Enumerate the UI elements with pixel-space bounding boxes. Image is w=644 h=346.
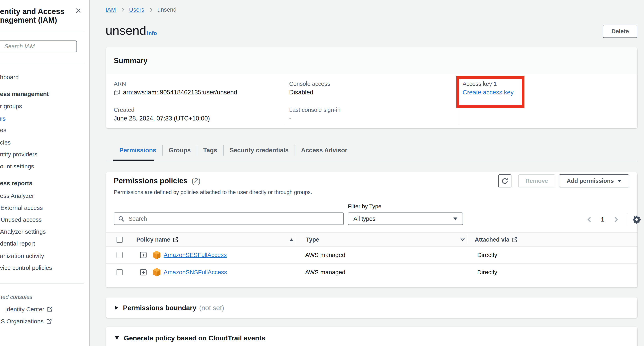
arn-row: arn:aws:iam::905418462135:user/unsend <box>114 89 237 96</box>
external-link-icon <box>173 237 178 243</box>
sidebar-item-analyzer-settings[interactable]: Analyzer settings <box>0 228 46 236</box>
breadcrumb-iam-link[interactable]: IAM <box>106 7 116 13</box>
expand-section-icon[interactable] <box>115 306 118 310</box>
tab-access-advisor[interactable]: Access Advisor <box>295 147 353 154</box>
policy-search-input[interactable] <box>114 212 344 225</box>
sidebar-divider <box>0 283 84 284</box>
remove-button[interactable]: Remove <box>518 174 555 187</box>
summary-heading: Summary <box>114 57 148 65</box>
breadcrumb-users-link[interactable]: Users <box>129 7 144 13</box>
delete-button[interactable]: Delete <box>603 25 638 38</box>
sidebar-title-line2: nagement (IAM) <box>0 16 64 25</box>
last-signin-value: - <box>289 115 291 122</box>
breadcrumb: IAM Users unsend <box>106 7 176 13</box>
chevron-right-icon <box>148 7 154 13</box>
sidebar-item-credential-report[interactable]: dential report <box>0 240 35 248</box>
policy-link[interactable]: AmazonSNSFullAccess <box>164 269 227 276</box>
column-policy-name[interactable]: Policy name <box>136 236 178 243</box>
console-access-label: Console access <box>289 81 330 87</box>
pagination-divider <box>627 214 627 225</box>
page-next-icon[interactable] <box>610 216 622 223</box>
filter-icon[interactable] <box>460 237 466 243</box>
external-link-icon <box>47 306 53 312</box>
add-permissions-button[interactable]: Add permissions <box>559 174 629 187</box>
close-icon[interactable] <box>75 7 82 14</box>
sidebar-item-aws-organizations[interactable]: S Organizations <box>1 317 52 325</box>
sidebar-section-access-management: ess management <box>0 90 49 98</box>
external-link-icon <box>512 237 518 243</box>
policy-link[interactable]: AmazonSESFullAccess <box>164 252 227 258</box>
sidebar-item-user-groups[interactable]: r groups <box>0 102 22 110</box>
collapse-section-icon[interactable] <box>115 336 119 339</box>
summary-column-divider <box>284 80 284 125</box>
sidebar-item-policies[interactable]: cies <box>0 139 10 147</box>
create-access-key-link[interactable]: Create access key <box>462 89 514 96</box>
sidebar-item-access-analyzer[interactable]: ess Analyzer <box>0 192 34 200</box>
console-access-value: Disabled <box>289 89 314 96</box>
panel-title: Permissions policies <box>114 177 188 185</box>
sidebar-item-organization-activity[interactable]: anization activity <box>0 252 44 260</box>
tab-groups[interactable]: Groups <box>162 147 197 154</box>
column-divider <box>467 235 468 245</box>
panel-title-row: Permissions policies (2) <box>114 177 201 185</box>
select-all-checkbox[interactable] <box>116 237 122 243</box>
access-key-label: Access key 1 <box>462 81 497 87</box>
sidebar-item-roles[interactable]: es <box>0 126 6 134</box>
table-row: AmazonSESFullAccess AWS managed Directly <box>106 247 638 264</box>
info-link[interactable]: Info <box>147 30 157 37</box>
refresh-button[interactable] <box>498 174 512 187</box>
arn-value: arn:aws:iam::905418462135:user/unsend <box>123 89 237 96</box>
column-attached-via: Attached via <box>475 236 518 243</box>
cloudtrail-header[interactable]: Generate policy based on CloudTrail even… <box>106 329 638 346</box>
expand-row-icon[interactable] <box>140 268 147 276</box>
search-icon <box>118 215 124 222</box>
summary-card: Summary ARN arn:aws:iam::905418462135:us… <box>106 47 638 128</box>
expand-row-icon[interactable] <box>140 251 147 259</box>
sidebar-item-external-access[interactable]: External access <box>0 204 43 212</box>
table-header-row: Policy name Type Attached via <box>106 232 638 247</box>
cloudtrail-title: Generate policy based on CloudTrail even… <box>124 334 265 342</box>
tab-tags[interactable]: Tags <box>197 147 223 154</box>
sidebar-item-unused-access[interactable]: Unused access <box>0 216 42 224</box>
cloudtrail-card: Generate policy based on CloudTrail even… <box>106 327 638 346</box>
panel-description: Permissions are defined by policies atta… <box>114 189 312 195</box>
table-row: AmazonSNSFullAccess AWS managed Directly <box>106 264 638 281</box>
sidebar-item-identity-center[interactable]: Identity Center <box>5 305 53 313</box>
caret-down-icon <box>617 180 621 182</box>
page-prev-icon[interactable] <box>583 216 596 223</box>
sidebar-item-service-control-policies[interactable]: vice control policies <box>0 264 52 272</box>
gear-icon[interactable] <box>632 215 641 224</box>
sidebar-item-dashboard[interactable]: hboard <box>0 73 18 81</box>
filter-by-type-label: Filter by Type <box>348 203 382 210</box>
type-filter-dropdown[interactable]: All types <box>348 212 463 225</box>
type-filter-value: All types <box>354 215 376 222</box>
tab-bottom-line <box>106 161 638 161</box>
policy-type: AWS managed <box>305 252 346 258</box>
row-checkbox[interactable] <box>116 252 122 258</box>
page-title: unsend <box>106 23 146 38</box>
sidebar-section-access-reports: ess reports <box>0 179 32 187</box>
permissions-boundary-card[interactable]: Permissions boundary (not set) <box>106 297 638 318</box>
tab-security-credentials[interactable]: Security credentials <box>224 147 295 154</box>
external-link-icon <box>46 318 52 324</box>
boundary-status: (not set) <box>199 304 224 312</box>
sidebar-divider <box>0 63 84 63</box>
tab-bar: Permissions Groups Tags Security credent… <box>106 140 354 160</box>
permissions-policies-card: Permissions policies (2) Permissions are… <box>106 172 638 287</box>
chevron-right-icon <box>120 7 125 13</box>
row-checkbox[interactable] <box>116 269 122 275</box>
created-value: June 28, 2024, 07:33 (UTC+10:00) <box>114 115 210 122</box>
policy-attached-via: Directly <box>477 269 497 276</box>
copy-icon[interactable] <box>114 89 120 96</box>
sidebar-item-account-settings[interactable]: ount settings <box>0 162 34 170</box>
sidebar-item-users[interactable]: rs <box>0 115 6 123</box>
sidebar-section-related-consoles: ted consoles <box>1 293 32 301</box>
summary-column-divider <box>459 80 459 125</box>
active-tab-underline <box>113 160 154 161</box>
tab-permissions[interactable]: Permissions <box>113 147 162 154</box>
policy-type: AWS managed <box>305 269 346 276</box>
page-number[interactable]: 1 <box>596 216 610 223</box>
sidebar-search-input[interactable] <box>0 41 77 52</box>
sidebar-item-identity-providers[interactable]: ntity providers <box>0 150 38 158</box>
sort-ascending-icon[interactable] <box>290 238 293 241</box>
